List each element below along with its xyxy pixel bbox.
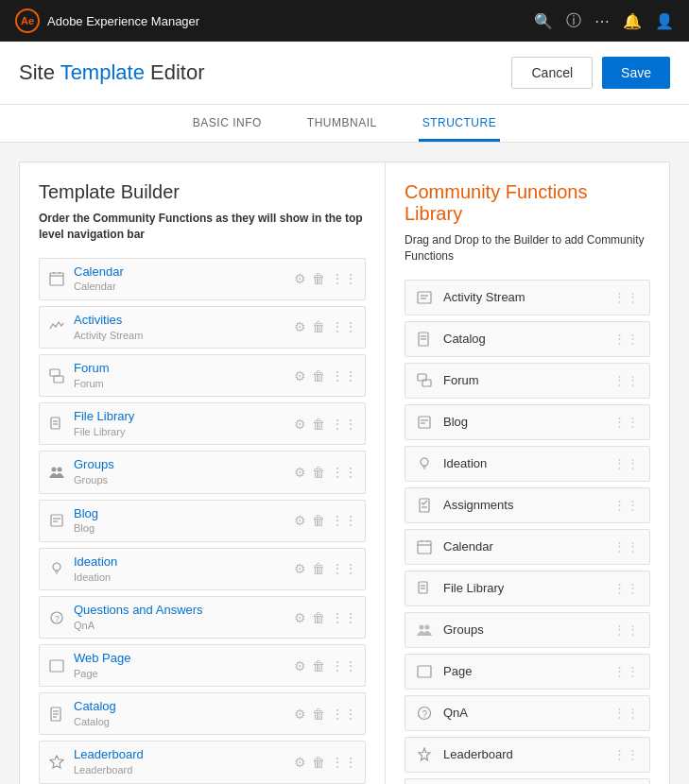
settings-icon[interactable]: ⚙ — [294, 610, 306, 625]
tab-thumbnail[interactable]: THUMBNAIL — [303, 116, 381, 142]
builder-item-forum-sub: Forum — [74, 377, 286, 390]
svg-rect-32 — [419, 417, 430, 428]
drag-handle-calendar[interactable]: ⋮⋮ — [613, 539, 640, 554]
builder-item-catalog[interactable]: Catalog Catalog ⚙ 🗑 ⋮⋮ — [39, 692, 366, 735]
library-item-groups[interactable]: Groups ⋮⋮ — [405, 612, 650, 648]
library-item-catalog[interactable]: Catalog ⋮⋮ — [405, 321, 650, 357]
builder-item-file-library[interactable]: File Library File Library ⚙ 🗑 ⋮⋮ — [39, 402, 366, 445]
settings-icon[interactable]: ⚙ — [294, 755, 306, 770]
tab-structure[interactable]: STRUCTURE — [419, 116, 501, 142]
tab-basic-info[interactable]: BASIC INFO — [189, 116, 266, 142]
settings-icon[interactable]: ⚙ — [294, 319, 306, 334]
drag-handle-activity-stream[interactable]: ⋮⋮ — [613, 290, 640, 304]
library-item-page[interactable]: Page ⋮⋮ — [405, 654, 650, 690]
builder-item-qna[interactable]: ? Questions and Answers QnA ⚙ 🗑 ⋮⋮ — [39, 596, 366, 639]
library-item-qna[interactable]: ? QnA ⋮⋮ — [405, 695, 650, 731]
delete-icon[interactable]: 🗑 — [312, 707, 325, 722]
builder-item-calendar[interactable]: Calendar Calendar ⚙ 🗑 ⋮⋮ — [39, 258, 366, 300]
drag-icon[interactable]: ⋮⋮ — [331, 658, 357, 673]
drag-icon[interactable]: ⋮⋮ — [331, 465, 357, 480]
library-item-assignments[interactable]: Assignments ⋮⋮ — [405, 487, 650, 523]
save-button[interactable]: Save — [602, 57, 670, 89]
delete-icon[interactable]: 🗑 — [312, 319, 325, 334]
drag-handle-file-library[interactable]: ⋮⋮ — [613, 581, 640, 595]
assignments-lib-icon — [415, 496, 434, 515]
drag-handle-ideation[interactable]: ⋮⋮ — [613, 456, 640, 470]
delete-icon[interactable]: 🗑 — [312, 561, 325, 576]
delete-icon[interactable]: 🗑 — [312, 658, 325, 673]
forum-icon — [47, 366, 66, 385]
qna-lib-icon: ? — [415, 704, 434, 723]
library-item-forum[interactable]: Forum ⋮⋮ — [405, 363, 650, 399]
page-header: Site Template Editor Cancel Save — [0, 42, 689, 105]
library-item-calendar[interactable]: Calendar ⋮⋮ — [405, 529, 650, 565]
svg-rect-38 — [420, 499, 429, 512]
drag-handle-catalog[interactable]: ⋮⋮ — [613, 332, 640, 346]
builder-item-leaderboard[interactable]: Leaderboard Leaderboard ⚙ 🗑 ⋮⋮ — [39, 741, 366, 783]
builder-item-groups[interactable]: Groups Groups ⚙ 🗑 ⋮⋮ — [39, 451, 366, 493]
library-item-blog[interactable]: Blog ⋮⋮ — [405, 404, 650, 440]
settings-icon[interactable]: ⚙ — [294, 271, 306, 286]
template-builder-title: Template Builder — [39, 181, 366, 203]
drag-handle-groups[interactable]: ⋮⋮ — [613, 622, 640, 637]
builder-item-activities[interactable]: Activities Activity Stream ⚙ 🗑 ⋮⋮ — [39, 306, 366, 349]
search-icon[interactable]: 🔍 — [534, 12, 553, 30]
svg-point-47 — [420, 624, 424, 629]
library-item-file-library[interactable]: File Library ⋮⋮ — [405, 571, 650, 606]
leaderboard-icon — [47, 753, 66, 772]
library-item-blog-name: Blog — [443, 415, 604, 429]
delete-icon[interactable]: 🗑 — [312, 271, 325, 286]
drag-icon[interactable]: ⋮⋮ — [331, 513, 357, 528]
builder-item-webpage[interactable]: Web Page Page ⚙ 🗑 ⋮⋮ — [39, 644, 366, 687]
settings-icon[interactable]: ⚙ — [294, 561, 306, 576]
drag-handle-leaderboard[interactable]: ⋮⋮ — [613, 747, 640, 761]
help-icon[interactable]: ⓘ — [566, 11, 581, 31]
delete-icon[interactable]: 🗑 — [312, 610, 325, 625]
library-item-calendar-name: Calendar — [443, 539, 604, 554]
nav-icons: 🔍 ⓘ ⋯ 🔔 👤 — [534, 11, 674, 31]
leaderboard-lib-icon — [415, 745, 434, 764]
drag-icon[interactable]: ⋮⋮ — [331, 417, 357, 432]
header-actions: Cancel Save — [511, 57, 670, 89]
settings-icon[interactable]: ⚙ — [294, 658, 306, 673]
builder-item-forum[interactable]: Forum Forum ⚙ 🗑 ⋮⋮ — [39, 354, 366, 397]
settings-icon[interactable]: ⚙ — [294, 368, 306, 383]
apps-icon[interactable]: ⋯ — [594, 12, 610, 30]
drag-icon[interactable]: ⋮⋮ — [331, 707, 357, 722]
settings-icon[interactable]: ⚙ — [294, 417, 306, 432]
cancel-button[interactable]: Cancel — [511, 57, 593, 89]
forum-lib-icon — [415, 371, 434, 390]
settings-icon[interactable]: ⚙ — [294, 513, 306, 528]
drag-icon[interactable]: ⋮⋮ — [331, 319, 357, 334]
delete-icon[interactable]: 🗑 — [312, 417, 325, 432]
delete-icon[interactable]: 🗑 — [312, 755, 325, 770]
ideation-icon — [47, 559, 66, 578]
drag-icon[interactable]: ⋮⋮ — [331, 368, 357, 383]
catalog-icon — [47, 705, 66, 724]
drag-handle-forum[interactable]: ⋮⋮ — [613, 373, 640, 387]
delete-icon[interactable]: 🗑 — [312, 465, 325, 480]
builder-item-blog[interactable]: Blog Blog ⚙ 🗑 ⋮⋮ — [39, 500, 366, 542]
drag-icon[interactable]: ⋮⋮ — [331, 610, 357, 625]
delete-icon[interactable]: 🗑 — [312, 513, 325, 528]
groups-lib-icon — [415, 621, 434, 639]
drag-handle-blog[interactable]: ⋮⋮ — [613, 415, 640, 429]
drag-icon[interactable]: ⋮⋮ — [331, 271, 357, 286]
library-item-ideation[interactable]: Ideation ⋮⋮ — [405, 446, 650, 482]
builder-item-ideation[interactable]: Ideation Ideation ⚙ 🗑 ⋮⋮ — [39, 548, 366, 590]
drag-handle-assignments[interactable]: ⋮⋮ — [613, 498, 640, 512]
drag-icon[interactable]: ⋮⋮ — [331, 755, 357, 770]
library-item-leaderboard[interactable]: Leaderboard ⋮⋮ — [405, 737, 650, 773]
settings-icon[interactable]: ⚙ — [294, 465, 306, 480]
library-item-catalog-name: Catalog — [443, 332, 604, 346]
community-library-title: Community Functions Library — [405, 181, 650, 225]
drag-icon[interactable]: ⋮⋮ — [331, 561, 357, 576]
library-item-activity-stream[interactable]: Activity Stream ⋮⋮ — [405, 280, 650, 315]
settings-icon[interactable]: ⚙ — [294, 707, 306, 722]
drag-handle-page[interactable]: ⋮⋮ — [613, 664, 640, 678]
notifications-icon[interactable]: 🔔 — [623, 12, 642, 30]
user-icon[interactable]: 👤 — [655, 12, 674, 30]
library-item-featured-content[interactable]: Featured Content ⋮⋮ — [405, 778, 650, 784]
delete-icon[interactable]: 🗑 — [312, 368, 325, 383]
drag-handle-qna[interactable]: ⋮⋮ — [613, 706, 640, 720]
